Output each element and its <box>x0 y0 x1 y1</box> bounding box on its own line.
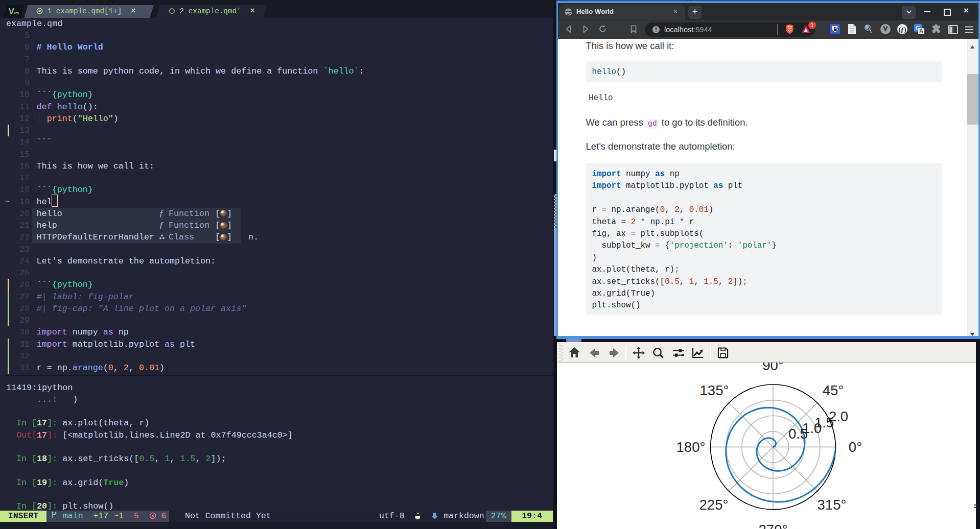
svg-text:225°: 225° <box>699 497 729 513</box>
svg-text:45°: 45° <box>823 382 844 398</box>
svg-text:180°: 180° <box>676 439 706 455</box>
svg-text:(ƒ): (ƒ) <box>898 26 906 33</box>
svg-text:135°: 135° <box>700 382 729 398</box>
svg-text:2.0: 2.0 <box>829 408 848 424</box>
svg-text:315°: 315° <box>818 497 847 513</box>
svg-text:0°: 0° <box>849 439 862 455</box>
svg-text:A: A <box>919 28 923 34</box>
svg-text:270°: 270° <box>759 522 788 529</box>
